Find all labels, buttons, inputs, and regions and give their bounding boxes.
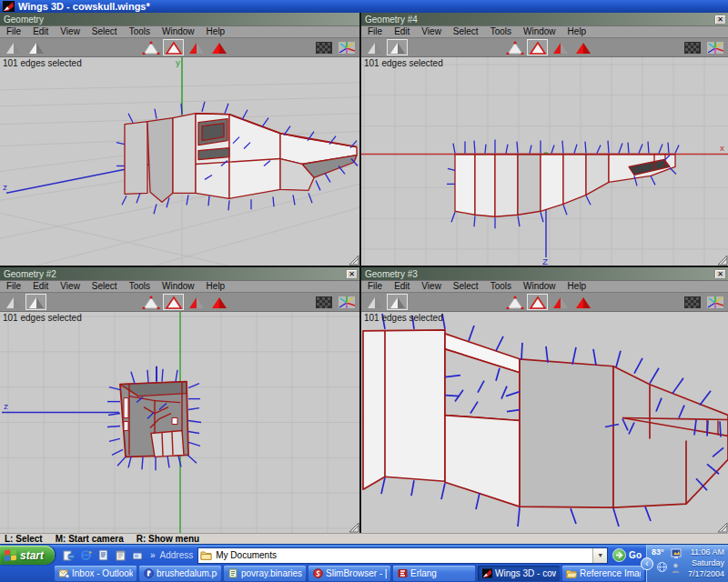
taskbar-button-slimbrowser[interactable]: SlimBrowser - [Goo... (308, 566, 390, 581)
smooth-shaded-icon[interactable] (387, 39, 408, 55)
smooth-shaded-icon[interactable] (25, 294, 46, 310)
menu-item-select[interactable]: Select (92, 281, 117, 292)
axes-toggle-icon[interactable] (336, 294, 357, 310)
address-input[interactable]: My Documents ▼ (197, 547, 608, 564)
resize-grip[interactable] (349, 256, 359, 265)
app-window-icon[interactable] (131, 548, 145, 562)
menu-item-window[interactable]: Window (162, 281, 195, 292)
vertex-select-icon[interactable] (140, 294, 161, 310)
menu-item-help[interactable]: Help (207, 26, 226, 37)
viewport-geometry-3-header[interactable]: Geometry #3 ✕ (361, 267, 728, 280)
resize-grip[interactable] (718, 256, 727, 265)
face-select-icon[interactable] (550, 39, 571, 55)
menu-item-select[interactable]: Select (453, 281, 479, 292)
flat-shaded-icon[interactable] (3, 294, 24, 310)
edge-select-icon[interactable] (527, 294, 548, 310)
menu-item-tools[interactable]: Tools (490, 281, 511, 292)
menu-item-window[interactable]: Window (523, 281, 556, 292)
document-icon[interactable] (96, 548, 110, 562)
menu-item-window[interactable]: Window (162, 26, 195, 37)
menu-item-view[interactable]: View (421, 281, 441, 292)
taskbar-button-outlook[interactable]: Inbox - Outlook Ex... (55, 566, 136, 581)
taskbar-button-povray-binaries[interactable]: povray.binaries.im... (224, 566, 306, 581)
messenger-person-icon[interactable] (671, 561, 681, 577)
axes-toggle-icon[interactable] (704, 39, 725, 55)
menu-item-edit[interactable]: Edit (394, 26, 410, 37)
face-select-icon[interactable] (550, 294, 571, 310)
axes-toggle-icon[interactable] (704, 294, 725, 310)
internet-explorer-icon[interactable] (79, 548, 93, 562)
menu-item-edit[interactable]: Edit (394, 281, 410, 292)
resize-grip[interactable] (718, 523, 727, 532)
close-icon[interactable]: ✕ (714, 15, 726, 25)
face-select-icon[interactable] (186, 39, 207, 55)
vertex-select-icon[interactable] (504, 39, 525, 55)
viewport-canvas[interactable]: 101 edges selected (361, 311, 728, 533)
viewport-canvas[interactable]: 101 edges selected y (0, 56, 359, 266)
tray-collapse-chevron-icon[interactable]: ‹ (641, 557, 653, 570)
taskbar-button-erlang[interactable]: Erlang (393, 566, 475, 581)
notepad-icon[interactable] (114, 548, 127, 562)
close-icon[interactable]: ✕ (714, 269, 726, 279)
menu-item-help[interactable]: Help (207, 281, 226, 292)
network-globe-icon[interactable] (656, 560, 668, 577)
menu-item-file[interactable]: File (368, 26, 382, 37)
taskbar-button-reference-images[interactable]: Reference Images (562, 566, 644, 581)
start-button[interactable]: start (0, 546, 55, 565)
menu-item-select[interactable]: Select (453, 26, 479, 37)
address-dropdown-icon[interactable]: ▼ (592, 548, 607, 563)
cowskull-mesh[interactable] (363, 330, 728, 507)
menu-item-file[interactable]: File (368, 281, 382, 292)
wings-window-titlebar[interactable]: Wings 3D - cowskull.wings* (0, 0, 728, 13)
groundplane-toggle-icon[interactable] (682, 39, 703, 55)
groundplane-toggle-icon[interactable] (682, 294, 703, 310)
body-select-icon[interactable] (208, 294, 229, 310)
vertex-select-icon[interactable] (140, 39, 161, 55)
cowskull-mesh[interactable] (125, 114, 357, 203)
menu-item-tools[interactable]: Tools (129, 26, 150, 37)
smooth-shaded-icon[interactable] (25, 39, 46, 55)
smooth-shaded-icon[interactable] (387, 294, 408, 310)
edge-select-icon[interactable] (163, 294, 184, 310)
viewport-geometry-4-header[interactable]: Geometry #4 ✕ (361, 13, 728, 25)
flat-shaded-icon[interactable] (3, 39, 24, 55)
edge-select-icon[interactable] (527, 39, 548, 55)
menu-item-file[interactable]: File (6, 281, 21, 292)
menu-item-help[interactable]: Help (568, 26, 587, 37)
menu-item-window[interactable]: Window (523, 26, 556, 37)
axes-toggle-icon[interactable] (336, 39, 357, 55)
menu-item-help[interactable]: Help (568, 281, 587, 292)
viewport-geometry-2-header[interactable]: Geometry #2 ✕ (0, 267, 359, 280)
menu-item-edit[interactable]: Edit (33, 281, 48, 292)
viewport-canvas[interactable]: 101 edges selected z (0, 311, 359, 533)
menu-item-tools[interactable]: Tools (490, 26, 511, 37)
menu-item-view[interactable]: View (421, 26, 441, 37)
close-icon[interactable]: ✕ (346, 269, 358, 279)
menu-item-select[interactable]: Select (92, 26, 117, 37)
body-select-icon[interactable] (572, 294, 593, 310)
flat-shaded-icon[interactable] (364, 294, 385, 310)
body-select-icon[interactable] (572, 39, 593, 55)
quick-launch-overflow-chevron[interactable]: » (150, 550, 156, 560)
menu-item-view[interactable]: View (60, 281, 80, 292)
menu-item-edit[interactable]: Edit (33, 26, 48, 37)
resize-grip[interactable] (349, 523, 359, 532)
edge-select-icon[interactable] (163, 39, 184, 55)
go-button[interactable]: Go (612, 548, 642, 562)
flat-shaded-icon[interactable] (364, 39, 385, 55)
viewport-canvas[interactable]: 101 edges selected x Z (361, 56, 728, 266)
ie-desktop-icon[interactable] (62, 548, 76, 562)
menu-item-view[interactable]: View (60, 26, 80, 37)
vertex-select-icon[interactable] (504, 294, 525, 310)
body-select-icon[interactable] (208, 39, 229, 55)
face-select-icon[interactable] (186, 294, 207, 310)
taskbar-button-brushedalum[interactable]: brushedalum.pov:li... (139, 566, 221, 581)
groundplane-toggle-icon[interactable] (313, 39, 334, 55)
viewport-geometry-header[interactable]: Geometry (0, 13, 359, 25)
cowskull-mesh[interactable] (120, 382, 188, 457)
taskbar-button-wings3d[interactable]: Wings 3D - cowskul... (478, 566, 560, 581)
temperature-tray-item[interactable]: 83° (652, 547, 664, 557)
menu-item-file[interactable]: File (6, 26, 21, 37)
menu-item-tools[interactable]: Tools (129, 281, 150, 292)
groundplane-toggle-icon[interactable] (313, 294, 334, 310)
